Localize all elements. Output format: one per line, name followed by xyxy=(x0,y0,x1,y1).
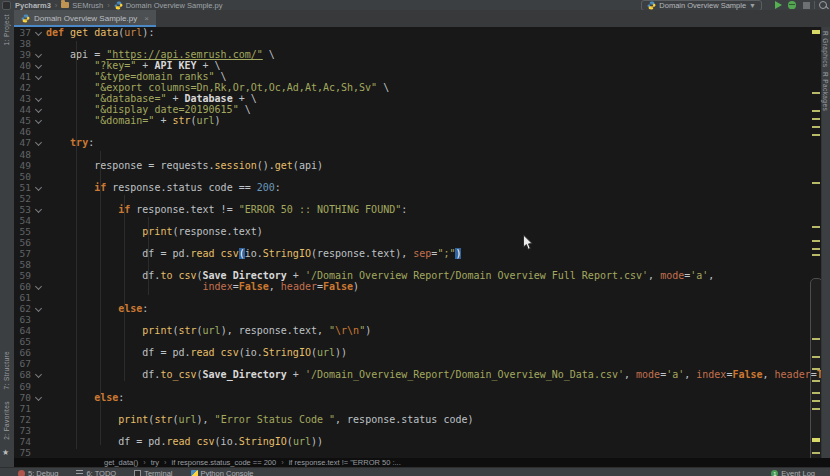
line-number[interactable]: 63 xyxy=(14,314,31,325)
line-number[interactable]: 56 xyxy=(14,237,31,248)
line-number[interactable]: 62 xyxy=(14,303,31,314)
line-number[interactable]: 67 xyxy=(14,358,31,369)
fold-marker-icon[interactable] xyxy=(31,49,46,60)
debug-button[interactable] xyxy=(788,1,796,9)
line-number[interactable]: 61 xyxy=(14,292,31,303)
fold-marker-icon[interactable] xyxy=(31,281,46,292)
fold-marker-icon[interactable] xyxy=(31,182,46,193)
fold-gutter xyxy=(31,325,46,336)
code-breadcrumb-item[interactable]: if response.status_code == 200 xyxy=(172,458,277,467)
fold-marker-icon[interactable] xyxy=(31,27,46,38)
code-line: 60 index=False, header=False) xyxy=(14,281,822,292)
fold-gutter xyxy=(31,436,46,447)
code-line: 65 xyxy=(14,336,822,347)
code-line: 59 df.to_csv(Save_Directory + '/Domain_O… xyxy=(14,270,822,281)
fold-gutter xyxy=(31,292,46,303)
line-number[interactable]: 54 xyxy=(14,215,31,226)
line-number[interactable]: 46 xyxy=(14,126,31,137)
line-number[interactable]: 53 xyxy=(14,204,31,215)
line-number[interactable]: 66 xyxy=(14,347,31,358)
fold-marker-icon[interactable] xyxy=(31,137,46,148)
code-breadcrumb-item[interactable]: if response.text != "ERROR 50 :... xyxy=(289,458,401,467)
code-text: "&display_date=20190615" \ xyxy=(46,104,822,115)
code-line: 40 "?key=" + API_KEY + \ xyxy=(14,60,822,71)
fold-marker-icon[interactable] xyxy=(31,303,46,314)
event-log-button[interactable]: 1 Event Log xyxy=(771,469,815,476)
line-number[interactable]: 51 xyxy=(14,182,31,193)
code-text: print(str(url), "Error Status Code ", re… xyxy=(46,414,822,425)
line-number[interactable]: 52 xyxy=(14,193,31,204)
code-text: else: xyxy=(46,392,822,403)
line-number[interactable]: 41 xyxy=(14,71,31,82)
code-text: else: xyxy=(46,303,822,314)
line-number[interactable]: 68 xyxy=(14,369,31,380)
line-number[interactable]: 39 xyxy=(14,49,31,60)
code-breadcrumbs-bar: get_data()›try›if response.status_code =… xyxy=(14,458,830,467)
line-number[interactable]: 45 xyxy=(14,115,31,126)
toolwindow-tab-r-packages[interactable]: R Packages xyxy=(822,72,829,111)
code-text: print(response.text) xyxy=(46,226,822,237)
line-number[interactable]: 37 xyxy=(14,27,31,38)
fold-gutter xyxy=(31,414,46,425)
line-number[interactable]: 70 xyxy=(14,392,31,403)
editor-tab[interactable]: Domain Overview Sample.py × xyxy=(14,10,156,27)
toolwindow-tab-project[interactable]: 1: Project xyxy=(3,14,10,45)
toolwindow-tab-r-graphics[interactable]: R Graphics xyxy=(822,31,829,68)
line-number[interactable]: 72 xyxy=(14,414,31,425)
code-line: 43 "&database=" + Database + \ xyxy=(14,93,822,104)
fold-marker-icon[interactable] xyxy=(31,93,46,104)
line-number[interactable]: 44 xyxy=(14,104,31,115)
run-button[interactable] xyxy=(775,1,782,9)
code-editor[interactable]: 37def get_data(url):3839 api = "https://… xyxy=(14,27,822,458)
code-line: 51 if response.status_code == 200: xyxy=(14,182,822,193)
breadcrumb-file[interactable]: Domain Overview Sample.py xyxy=(114,1,223,10)
line-number[interactable]: 40 xyxy=(14,60,31,71)
event-log-label: Event Log xyxy=(781,469,815,476)
breadcrumb-project[interactable]: Pycharm3 xyxy=(15,1,51,10)
line-number[interactable]: 48 xyxy=(14,149,31,160)
line-number[interactable]: 74 xyxy=(14,436,31,447)
toolwindow-button-label: 5: Debug xyxy=(28,469,58,476)
toolwindow-button-pycon[interactable]: Python Console xyxy=(191,469,254,476)
line-number[interactable]: 43 xyxy=(14,93,31,104)
line-number[interactable]: 64 xyxy=(14,325,31,336)
toolwindow-button-todo[interactable]: 6: TODO xyxy=(76,469,116,476)
fold-marker-icon[interactable] xyxy=(31,104,46,115)
code-text: api = "https://api.semrush.com/" \ xyxy=(46,49,822,60)
code-text: print(str(url), response.text, "\r\n") xyxy=(46,325,822,336)
line-number[interactable]: 73 xyxy=(14,425,31,436)
fold-marker-icon[interactable] xyxy=(31,115,46,126)
line-number[interactable]: 42 xyxy=(14,82,31,93)
line-number[interactable]: 71 xyxy=(14,403,31,414)
line-number[interactable]: 59 xyxy=(14,270,31,281)
line-number[interactable]: 49 xyxy=(14,160,31,171)
line-number[interactable]: 57 xyxy=(14,248,31,259)
fold-marker-icon[interactable] xyxy=(31,204,46,215)
code-breadcrumb-item[interactable]: get_data() xyxy=(104,458,138,467)
line-number[interactable]: 69 xyxy=(14,381,31,392)
line-number[interactable]: 60 xyxy=(14,281,31,292)
close-icon[interactable]: × xyxy=(144,14,149,23)
toolwindow-tab-structure[interactable]: 7: Structure xyxy=(3,351,10,389)
fold-marker-icon[interactable] xyxy=(31,369,46,380)
code-line: 41 "&type=domain_ranks" \ xyxy=(14,71,822,82)
toolwindow-button-terminal[interactable]: Terminal xyxy=(134,469,172,476)
toolwindow-button-debug[interactable]: 5: Debug xyxy=(18,469,58,476)
fold-marker-icon[interactable] xyxy=(31,392,46,403)
line-number[interactable]: 55 xyxy=(14,226,31,237)
breadcrumb-folder[interactable]: SEMrush xyxy=(61,1,103,10)
fold-marker-icon[interactable] xyxy=(31,60,46,71)
fold-gutter xyxy=(31,126,46,137)
line-number[interactable]: 50 xyxy=(14,171,31,182)
line-number[interactable]: 65 xyxy=(14,336,31,347)
code-breadcrumb-item[interactable]: try xyxy=(151,458,159,467)
line-number[interactable]: 75 xyxy=(14,447,31,458)
line-number[interactable]: 47 xyxy=(14,137,31,148)
code-line: 52 xyxy=(14,193,822,204)
toolwindow-tab-favorites[interactable]: 2: Favorites xyxy=(3,401,10,440)
line-number[interactable]: 58 xyxy=(14,259,31,270)
line-number[interactable]: 38 xyxy=(14,38,31,49)
fold-marker-icon[interactable] xyxy=(31,71,46,82)
search-icon[interactable] xyxy=(819,1,827,9)
code-text xyxy=(46,447,822,458)
